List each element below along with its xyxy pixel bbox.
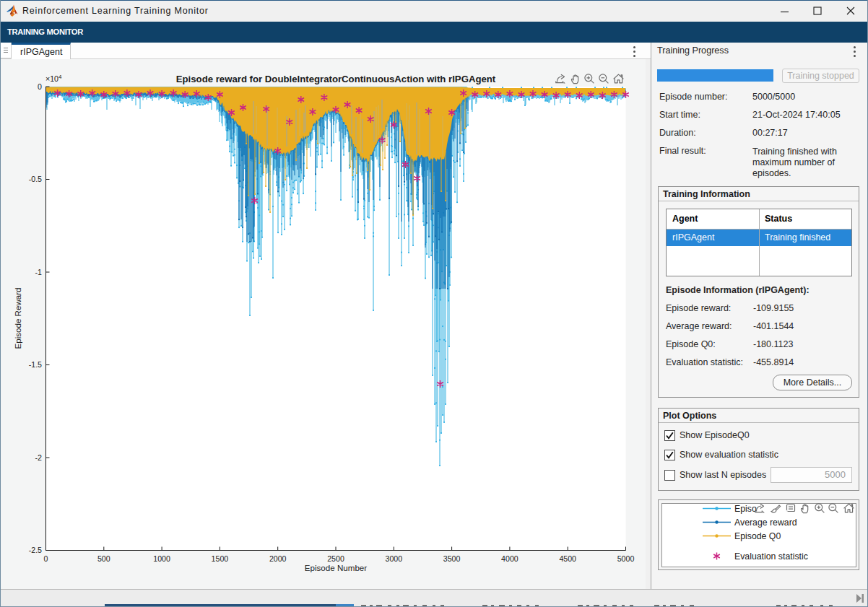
svg-text:1500: 1500 (212, 554, 229, 563)
svg-text:-1: -1 (35, 268, 43, 276)
svg-text:500: 500 (97, 554, 110, 563)
svg-text:Evaluation statistic: Evaluation statistic (734, 551, 808, 562)
svg-text:2000: 2000 (269, 554, 287, 563)
svg-text:0: 0 (38, 82, 42, 91)
svg-text:Episode Q0: Episode Q0 (734, 531, 781, 541)
svg-text:0: 0 (44, 554, 48, 563)
svg-text:Average reward: Average reward (734, 518, 797, 528)
svg-text:5000: 5000 (617, 554, 635, 563)
svg-text:-2.5: -2.5 (29, 546, 42, 554)
svg-text:-0.5: -0.5 (29, 175, 42, 183)
svg-text:Episode Number: Episode Number (305, 563, 367, 572)
svg-text:Episode Reward: Episode Reward (13, 287, 22, 349)
svg-text:1000: 1000 (153, 554, 170, 563)
svg-text:3000: 3000 (386, 554, 403, 563)
svg-text:4000: 4000 (501, 554, 518, 563)
svg-text:2500: 2500 (327, 554, 344, 563)
svg-text:-2: -2 (35, 453, 43, 462)
svg-text:3500: 3500 (443, 554, 461, 563)
svg-text:Episode reward for DoubleInteg: Episode reward for DoubleIntegratorConti… (176, 74, 496, 84)
svg-text:-1.5: -1.5 (29, 360, 42, 369)
svg-text:4500: 4500 (559, 554, 576, 563)
svg-text:×104: ×104 (45, 74, 62, 83)
